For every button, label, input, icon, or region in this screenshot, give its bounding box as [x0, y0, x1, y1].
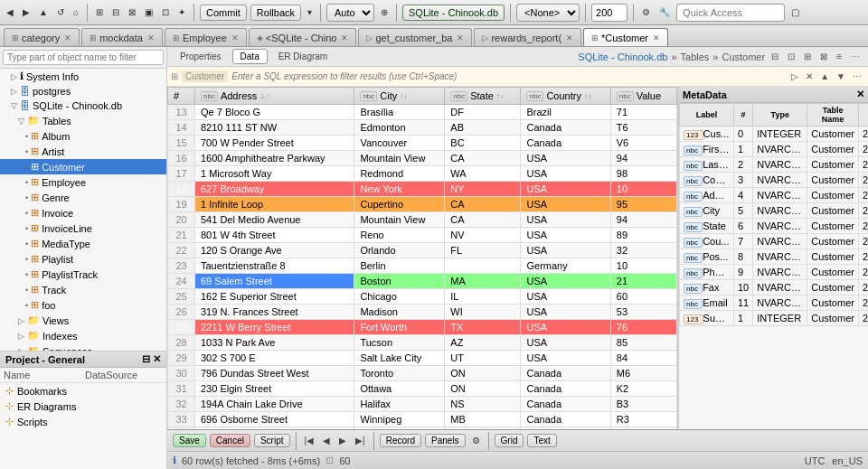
- tree-item-postgres[interactable]: ▷ 🗄 postgres: [0, 84, 166, 98]
- table-row[interactable]: 13Qe 7 Bloco GBrasíliaDFBrazil71: [168, 105, 677, 120]
- close-icon[interactable]: ✕: [341, 33, 348, 42]
- tool2-btn[interactable]: ⊟: [109, 6, 122, 18]
- close-icon[interactable]: ✕: [653, 33, 660, 42]
- col-value[interactable]: nbcValue: [610, 88, 676, 105]
- filter5-btn[interactable]: ≡: [834, 51, 844, 62]
- tree-item-sequences[interactable]: ▷ 📁 Sequences: [0, 343, 166, 352]
- filter-apply-btn[interactable]: ▷: [788, 70, 801, 82]
- tree-item-sysinfo[interactable]: ▷ ℹ System Info: [0, 69, 166, 84]
- tree-item-track[interactable]: • ⊞ Track: [0, 282, 166, 297]
- table-row[interactable]: 29302 S 700 ESalt Lake CityUTUSA84: [168, 351, 677, 366]
- filter2-btn[interactable]: ⊡: [785, 51, 797, 62]
- tree-item-tables[interactable]: ▽ 📁 Tables: [0, 113, 166, 128]
- filter-clear-btn[interactable]: ✕: [803, 70, 816, 82]
- tree-item-genre[interactable]: • ⊞ Genre: [0, 190, 166, 205]
- table-row[interactable]: 30796 Dundas Street WestTorontoONCanadaM…: [168, 366, 677, 381]
- tool5-btn[interactable]: ⊡: [159, 6, 172, 18]
- table-row[interactable]: 33696 Osborne StreetWinnipegMBCanadaR3: [168, 412, 677, 427]
- tab-properties[interactable]: Properties: [173, 50, 229, 63]
- tree-item-artist[interactable]: • ⊞ Artist: [0, 144, 166, 159]
- filter6-btn[interactable]: ⋯: [848, 51, 863, 62]
- tree-item-foo[interactable]: • ⊞ foo: [0, 297, 166, 313]
- table-row[interactable]: 272211 W Berry StreetFort WorthTXUSA76: [168, 320, 677, 335]
- tree-item-album[interactable]: • ⊞ Album: [0, 128, 166, 144]
- table-row[interactable]: 171 Microsoft WayRedmondWAUSA98: [168, 166, 677, 182]
- tab-category[interactable]: ⊞ category ✕: [4, 28, 80, 46]
- tool7-btn[interactable]: ⚙: [639, 6, 653, 18]
- table-row[interactable]: 20541 Del Medio AvenueMountain ViewCAUSA…: [168, 212, 677, 228]
- table-row[interactable]: 31230 Elgin StreetOttawaONCanadaK2: [168, 381, 677, 397]
- close-icon[interactable]: ✕: [231, 33, 239, 42]
- tool6-btn[interactable]: ✦: [175, 6, 188, 18]
- table-row[interactable]: 161600 Amphitheatre ParkwayMountain View…: [168, 151, 677, 166]
- table-row[interactable]: 26319 N. Frances StreetMadisonWIUSA53: [168, 305, 677, 320]
- metadata-close-icon[interactable]: ✕: [856, 89, 864, 100]
- nav-last-btn[interactable]: ▶|: [353, 435, 368, 446]
- filter4-btn[interactable]: ⊠: [817, 51, 830, 62]
- nav-next-btn[interactable]: ▶: [336, 435, 349, 446]
- text-button[interactable]: Text: [527, 434, 556, 447]
- tool3-btn[interactable]: ⊠: [126, 6, 138, 18]
- nav-fwd-btn[interactable]: ▶: [20, 6, 33, 18]
- filter3-btn[interactable]: ⊞: [801, 51, 814, 62]
- table-row[interactable]: 22120 S Orange AveOrlandoFLUSA32: [168, 243, 677, 258]
- row-count-input[interactable]: [591, 4, 627, 22]
- table-row[interactable]: 15700 W Pender StreetVancouverBCCanadaV6: [168, 136, 677, 151]
- filter-up-btn[interactable]: ▲: [817, 70, 832, 82]
- tab-er-diagram[interactable]: ER Diagram: [271, 50, 335, 63]
- tree-item-customer[interactable]: • ⊞ Customer: [0, 159, 166, 174]
- tree-item-mediatype[interactable]: • ⊞ MediaType: [0, 236, 166, 251]
- close-icon[interactable]: ✕: [147, 33, 155, 42]
- tree-item-sqlite[interactable]: ▽ 🗄 SQLite - Chinook.db: [0, 98, 166, 113]
- table-row[interactable]: 25162 E Superior StreetChicagoILUSA60: [168, 289, 677, 305]
- table-row[interactable]: 281033 N Park AveTucsonAZUSA85: [168, 335, 677, 351]
- auto-dropdown[interactable]: Auto: [326, 4, 374, 22]
- rollback-arrow-btn[interactable]: ▾: [305, 6, 315, 18]
- maximize-btn[interactable]: ▢: [788, 6, 802, 18]
- nav-prev-btn[interactable]: ◀: [320, 435, 333, 446]
- close-icon[interactable]: ✕: [64, 33, 71, 42]
- main-table-area[interactable]: # nbcAddress⊥↑ nbcCity↑↓ nbcState↑↓ nbcC…: [167, 87, 678, 429]
- tab-getcustomer[interactable]: ▷ get_customer_ba ✕: [358, 28, 472, 46]
- none-dropdown[interactable]: <None>: [516, 4, 580, 22]
- tab-data[interactable]: Data: [232, 49, 268, 64]
- script-button[interactable]: Script: [254, 434, 290, 447]
- table-row[interactable]: 2469 Salem StreetBostonMAUSA21: [168, 274, 677, 289]
- filter-down-btn[interactable]: ▼: [834, 70, 848, 82]
- table-row[interactable]: 21801 W 4th StreetRenoNVUSA89: [168, 228, 677, 243]
- tree-item-employee[interactable]: • ⊞ Employee: [0, 174, 166, 190]
- close-icon[interactable]: ✕: [566, 33, 573, 42]
- tree-item-playlisttrack[interactable]: • ⊞ PlaylistTrack: [0, 267, 166, 282]
- panels-button[interactable]: Panels: [425, 434, 466, 447]
- tool4-btn[interactable]: ▣: [142, 6, 156, 18]
- home-btn[interactable]: ⌂: [71, 6, 81, 18]
- tree-item-playlist[interactable]: • ⊞ Playlist: [0, 251, 166, 267]
- table-row[interactable]: 18627 BroadwayNew YorkNYUSA10: [168, 182, 677, 197]
- tool8-btn[interactable]: 🔧: [656, 6, 673, 18]
- tab-customer[interactable]: ⊞ *Customer ✕: [583, 28, 668, 46]
- table-row[interactable]: 32194A Chain Lake DriveHalifaxNSCanadaB3: [168, 397, 677, 412]
- table-row[interactable]: 191 Infinite LoopCupertinoCAUSA95: [168, 197, 677, 212]
- tab-mockdata[interactable]: ⊞ mockdata ✕: [81, 28, 163, 46]
- auto-icon-btn[interactable]: ⊕: [378, 6, 391, 18]
- save-button[interactable]: Save: [173, 434, 206, 447]
- settings-icon[interactable]: ⚙: [469, 435, 483, 446]
- project-scripts[interactable]: ⊹ Scripts: [0, 414, 166, 429]
- project-er-diagrams[interactable]: ⊹ ER Diagrams: [0, 399, 166, 414]
- refresh-btn[interactable]: ↺: [54, 6, 67, 18]
- nav-first-btn[interactable]: |◀: [302, 435, 317, 446]
- project-bookmarks[interactable]: ⊹ Bookmarks: [0, 383, 166, 399]
- record-button[interactable]: Record: [380, 434, 421, 447]
- nav-up-btn[interactable]: ▲: [36, 6, 51, 18]
- tree-item-invoice[interactable]: • ⊞ Invoice: [0, 205, 166, 220]
- col-city[interactable]: nbcCity↑↓: [354, 88, 445, 105]
- filter-sql-input[interactable]: [231, 71, 785, 81]
- rollback-button[interactable]: Rollback: [250, 5, 301, 21]
- table-row[interactable]: 148210 111 ST NWEdmontonABCanadaT6: [168, 120, 677, 136]
- col-state[interactable]: nbcState↑↓: [445, 88, 521, 105]
- quick-access-input[interactable]: [676, 4, 785, 22]
- nav-back-btn[interactable]: ◀: [4, 6, 16, 18]
- commit-button[interactable]: Commit: [200, 5, 247, 21]
- col-address[interactable]: nbcAddress⊥↑: [195, 88, 354, 105]
- tree-item-views[interactable]: ▷ 📁 Views: [0, 313, 166, 328]
